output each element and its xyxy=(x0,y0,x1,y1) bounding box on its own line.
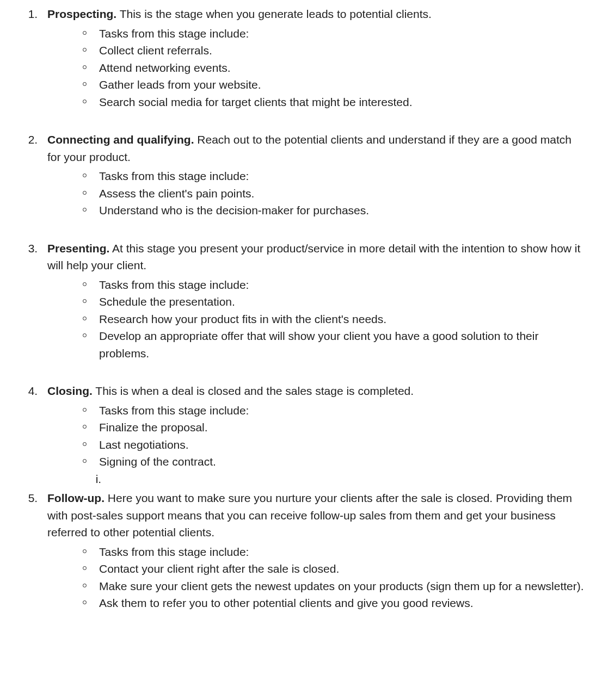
task-list: Tasks from this stage include:Assess the… xyxy=(47,168,585,219)
task-text: Understand who is the decision-maker for… xyxy=(99,204,369,216)
task-text: Signing of the contract. xyxy=(99,455,216,468)
task-item: Tasks from this stage include: xyxy=(85,168,585,185)
task-text: Gather leads from your website. xyxy=(99,78,261,91)
task-list: Tasks from this stage include:Schedule t… xyxy=(47,276,585,362)
stage-description: This is the stage when you generate lead… xyxy=(116,8,432,20)
stage-title: Connecting and qualifying. xyxy=(47,133,194,146)
task-text: Tasks from this stage include: xyxy=(99,546,249,558)
stage-description: This is when a deal is closed and the sa… xyxy=(93,385,414,397)
task-item: Tasks from this stage include: xyxy=(85,543,585,561)
task-item: Assess the client's pain points. xyxy=(85,185,585,202)
task-text: Ask them to refer you to other potential… xyxy=(99,597,474,609)
task-text: Contact your client right after the sale… xyxy=(99,562,339,575)
stage-item: Connecting and qualifying. Reach out to … xyxy=(41,131,585,219)
task-text: Tasks from this stage include: xyxy=(99,170,249,182)
task-item: Search social media for target clients t… xyxy=(85,94,585,111)
task-item: Gather leads from your website. xyxy=(85,76,585,94)
task-item: Make sure your client gets the newest up… xyxy=(85,578,585,595)
task-item: Signing of the contract. xyxy=(85,453,585,470)
stage-item: Closing. This is when a deal is closed a… xyxy=(41,382,585,487)
task-item: Tasks from this stage include: xyxy=(85,276,585,294)
task-item: Last negotiations. xyxy=(85,436,585,454)
stage-item: Prospecting. This is the stage when you … xyxy=(41,5,585,110)
task-text: Make sure your client gets the newest up… xyxy=(99,580,584,592)
stage-item: Follow-up. Here you want to make sure yo… xyxy=(41,490,585,612)
task-item: Ask them to refer you to other potential… xyxy=(85,594,585,612)
roman-item xyxy=(105,470,585,488)
task-text: Research how your product fits in with t… xyxy=(99,313,386,325)
task-text: Assess the client's pain points. xyxy=(99,187,254,200)
stage-description: Here you want to make sure you nurture y… xyxy=(47,492,572,538)
stage-title: Prospecting. xyxy=(47,8,116,20)
task-item: Develop an appropriate offer that will s… xyxy=(85,327,585,362)
task-text: Finalize the proposal. xyxy=(99,421,208,433)
task-item: Understand who is the decision-maker for… xyxy=(85,202,585,219)
stage-title: Follow-up. xyxy=(47,492,105,504)
task-text: Schedule the presentation. xyxy=(99,295,235,308)
task-text: Collect client referrals. xyxy=(99,44,212,57)
task-item: Attend networking events. xyxy=(85,59,585,77)
task-list: Tasks from this stage include:Contact yo… xyxy=(47,543,585,612)
stage-item: Presenting. At this stage you present yo… xyxy=(41,240,585,362)
task-text: Develop an appropriate offer that will s… xyxy=(99,330,538,360)
task-text: Attend networking events. xyxy=(99,61,231,74)
task-item: Research how your product fits in with t… xyxy=(85,311,585,328)
task-item: Finalize the proposal. xyxy=(85,419,585,436)
stage-title: Presenting. xyxy=(47,242,109,255)
roman-sublist xyxy=(47,470,585,488)
stages-list: Prospecting. This is the stage when you … xyxy=(11,5,585,612)
task-list: Tasks from this stage include:Finalize t… xyxy=(47,402,585,470)
task-text: Tasks from this stage include: xyxy=(99,278,249,291)
task-text: Tasks from this stage include: xyxy=(99,404,249,417)
task-text: Search social media for target clients t… xyxy=(99,96,412,108)
task-list: Tasks from this stage include:Collect cl… xyxy=(47,25,585,111)
task-text: Last negotiations. xyxy=(99,438,189,451)
task-item: Contact your client right after the sale… xyxy=(85,560,585,578)
task-item: Tasks from this stage include: xyxy=(85,25,585,42)
task-item: Tasks from this stage include: xyxy=(85,402,585,419)
stage-description: At this stage you present your product/s… xyxy=(47,242,580,272)
task-item: Schedule the presentation. xyxy=(85,293,585,311)
task-text: Tasks from this stage include: xyxy=(99,27,249,40)
task-item: Collect client referrals. xyxy=(85,42,585,59)
stage-title: Closing. xyxy=(47,385,93,397)
